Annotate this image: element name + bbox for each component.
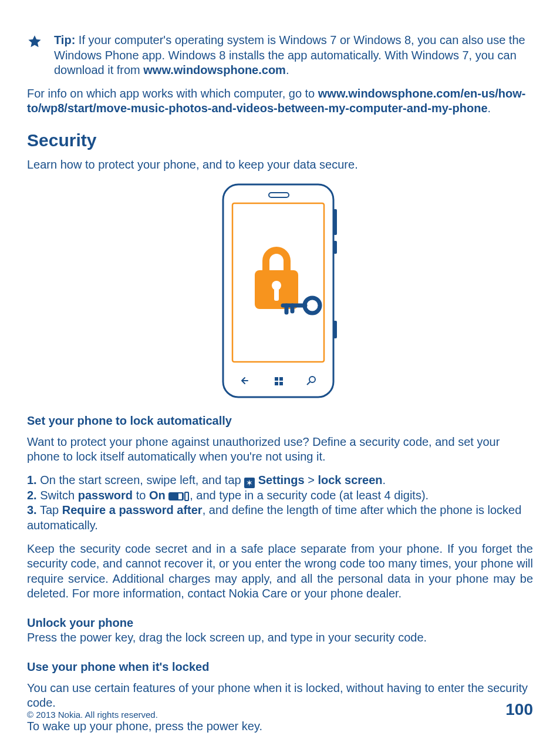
tip-link: www.windowsphone.com (143, 63, 286, 76)
lock-screen-label: lock screen (318, 473, 382, 486)
tip-body: If your computer's operating system is W… (54, 33, 525, 76)
svg-point-17 (309, 377, 315, 382)
settings-label: Settings (258, 473, 305, 486)
toggle-on-icon (168, 492, 190, 501)
security-code-note: Keep the security code secret and in a s… (27, 542, 533, 602)
svg-rect-16 (279, 382, 283, 385)
set-lock-intro: Want to protect your phone against unaut… (27, 435, 533, 465)
settings-icon: ✶ (244, 478, 255, 488)
svg-rect-21 (185, 492, 188, 500)
page-footer: © 2013 Nokia. All rights reserved. 100 (27, 699, 533, 720)
search-icon (307, 377, 315, 385)
tip-text: Tip: If your computer's operating system… (54, 33, 533, 78)
step-3-num: 3. (27, 503, 37, 516)
step-2-num: 2. (27, 489, 37, 502)
step-1: 1. On the start screen, swipe left, and … (27, 473, 533, 488)
unlock-text: Press the power key, drag the lock scree… (27, 630, 533, 646)
step-1-num: 1. (27, 473, 37, 486)
security-heading: Security (27, 129, 533, 152)
step-2: 2. Switch password to On , and type in a… (27, 488, 533, 503)
svg-rect-15 (275, 382, 278, 385)
tip-block: Tip: If your computer's operating system… (27, 33, 533, 78)
page-number: 100 (505, 699, 533, 720)
svg-rect-20 (178, 493, 182, 499)
step-3: 3. Tap Require a password after, and def… (27, 503, 533, 533)
step-1-end: . (383, 473, 386, 486)
compat-period: . (488, 102, 491, 115)
svg-rect-2 (333, 241, 337, 254)
windows-icon (275, 377, 283, 385)
svg-rect-4 (269, 193, 289, 197)
step-1-gt: > (305, 473, 318, 486)
svg-rect-14 (279, 377, 283, 381)
step-2-end: , and type in a security code (at least … (190, 489, 429, 502)
svg-rect-3 (333, 321, 337, 338)
svg-rect-8 (274, 288, 279, 301)
password-label: password (78, 489, 133, 502)
compat-info: For info on which app works with which c… (27, 86, 533, 116)
steps-list: 1. On the start screen, swipe left, and … (27, 473, 533, 533)
on-label: On (149, 489, 166, 502)
star-icon (27, 34, 42, 53)
security-lede: Learn how to protect your phone, and to … (27, 157, 533, 173)
step-3-a: Tap (37, 503, 62, 516)
step-2-to: to (133, 489, 149, 502)
tip-period: . (286, 63, 289, 76)
tip-label: Tip: (54, 33, 75, 46)
svg-line-18 (307, 382, 310, 385)
compat-pre: For info on which app works with which c… (27, 87, 318, 100)
copyright: © 2013 Nokia. All rights reserved. (27, 709, 158, 720)
unlock-heading: Unlock your phone (27, 616, 533, 631)
use-locked-heading: Use your phone when it's locked (27, 660, 533, 675)
svg-rect-1 (333, 209, 337, 235)
lock-icon (255, 247, 298, 309)
phone-lock-illustration (27, 182, 533, 399)
svg-rect-13 (275, 377, 278, 381)
require-password-label: Require a password after (62, 503, 203, 516)
step-2-a: Switch (37, 489, 78, 502)
step-1-a: On the start screen, swipe left, and tap (37, 473, 245, 486)
use-locked-p2: To wake up your phone, press the power k… (27, 719, 533, 734)
set-lock-heading: Set your phone to lock automatically (27, 414, 533, 429)
